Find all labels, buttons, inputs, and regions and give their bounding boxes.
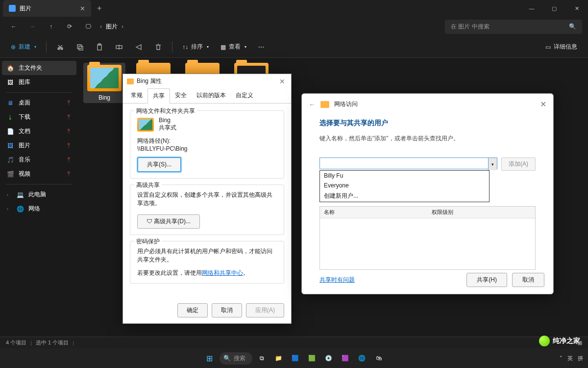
folder-icon (137, 118, 154, 131)
new-label: 新建 (19, 43, 30, 51)
sidebar-label: 桌面 (19, 99, 30, 107)
cut-button[interactable] (51, 39, 69, 55)
paste-button[interactable] (91, 39, 108, 55)
back-button[interactable]: ← (309, 101, 316, 108)
search-icon: 🔍 (569, 23, 576, 30)
tab-sharing[interactable]: 共享 (147, 88, 170, 104)
tab-previous-versions[interactable]: 以前的版本 (192, 88, 231, 103)
share-button[interactable]: 共享(S)... (137, 157, 181, 172)
more-button[interactable]: ⋯ (253, 39, 269, 55)
view-button[interactable]: ▦ 查看 ▾ (216, 39, 251, 55)
close-window-button[interactable]: ✕ (565, 0, 588, 17)
search-label: 搜索 (234, 354, 245, 363)
sidebar-item-this-pc[interactable]: ›💻此电脑 (2, 187, 76, 202)
password-info: 用户必须具有此计算机的用户帐户和密码，才能访问共享文件夹。 (137, 247, 277, 264)
view-icon: ▦ (220, 44, 226, 51)
column-name[interactable]: 名称 (320, 207, 428, 218)
delete-icon (154, 43, 162, 51)
start-button[interactable]: ⊞ (203, 351, 217, 365)
chevron-down-icon: ▾ (34, 45, 36, 49)
sidebar-item-downloads[interactable]: ⭳下载📍 (2, 110, 76, 124)
column-permission[interactable]: 权限级别 (428, 207, 536, 218)
app-icon[interactable]: 🟦 (289, 351, 302, 365)
network-center-link[interactable]: 网络和共享中心 (202, 269, 243, 276)
ime-mode[interactable]: 拼 (578, 355, 583, 362)
sidebar-item-gallery[interactable]: 🖼图库 (2, 75, 76, 89)
ok-button[interactable]: 确定 (177, 303, 208, 317)
close-button[interactable]: ✕ (277, 78, 287, 85)
back-button[interactable]: ← (6, 19, 22, 34)
sidebar-item-desktop[interactable]: 🖥桌面📍 (2, 96, 76, 110)
sidebar-item-home[interactable]: 🏠主文件夹 (2, 61, 76, 75)
tab-customize[interactable]: 自定义 (231, 88, 258, 103)
delete-button[interactable] (149, 39, 167, 55)
details-icon: ▭ (545, 44, 551, 51)
watermark: 纯净之家 (539, 336, 580, 346)
add-button[interactable]: 添加(A) (501, 158, 536, 171)
window-tab[interactable]: 图片 ✕ (3, 0, 91, 17)
app-icon[interactable]: 🟪 (339, 351, 352, 365)
user-input[interactable] (319, 158, 497, 169)
monitor-icon[interactable]: 🖵 (80, 19, 96, 34)
breadcrumb-current[interactable]: 图片 (106, 23, 118, 31)
sidebar-item-network[interactable]: ›🌐网络 (2, 202, 76, 216)
new-button[interactable]: ⊕ 新建 ▾ (6, 39, 41, 55)
search-input[interactable]: 在 图片 中搜索 🔍 (445, 20, 582, 34)
plus-icon: ⊕ (11, 44, 16, 51)
rename-button[interactable] (110, 39, 128, 55)
separator (6, 92, 73, 93)
sidebar-item-music[interactable]: 🎵音乐📍 (2, 153, 76, 167)
dropdown-arrow-icon[interactable]: ▾ (488, 158, 497, 170)
store-icon[interactable]: 🛍 (372, 351, 386, 365)
sidebar-item-documents[interactable]: 📄文档📍 (2, 124, 76, 138)
dropdown-option-create-user[interactable]: 创建新用户... (320, 190, 489, 202)
up-button[interactable]: ↑ (43, 19, 59, 34)
taskbar-search[interactable]: 🔍搜索 (220, 352, 252, 365)
tab-security[interactable]: 安全 (170, 88, 192, 103)
forward-button[interactable]: → (24, 19, 40, 34)
dropdown-option-everyone[interactable]: Everyone (320, 181, 489, 190)
sidebar-item-pictures[interactable]: 🖼图片📍 (2, 138, 76, 153)
cancel-button[interactable]: 取消 (512, 273, 544, 287)
dialog-title: Bing 属性 (137, 77, 162, 85)
edge-icon[interactable]: 🌐 (355, 351, 369, 365)
share-confirm-button[interactable]: 共享(H) (466, 273, 507, 287)
sidebar: 🏠主文件夹 🖼图库 🖥桌面📍 ⭳下载📍 📄文档📍 🖼图片📍 🎵音乐📍 🎬视频📍 … (0, 58, 78, 337)
sidebar-item-videos[interactable]: 🎬视频📍 (2, 167, 76, 181)
ime-language[interactable]: 英 (567, 355, 573, 362)
sort-button[interactable]: ↑↓ 排序 ▾ (177, 39, 214, 55)
user-combobox[interactable]: ▾ (319, 158, 497, 171)
videos-icon: 🎬 (7, 171, 14, 178)
network-path: \\BILLYFU-PC\Bing (137, 145, 277, 152)
folder-bing[interactable]: Bing (83, 63, 125, 103)
task-view-button[interactable]: ⧉ (255, 351, 269, 365)
text: 若要更改此设置，请使用 (137, 269, 202, 276)
close-button[interactable]: ✕ (540, 100, 546, 109)
system-tray[interactable]: ˄ 英 拼 (560, 355, 583, 362)
app-icon[interactable]: 🟩 (305, 351, 319, 365)
new-tab-button[interactable]: + (91, 4, 107, 13)
share-button[interactable] (130, 39, 147, 55)
maximize-button[interactable]: ▢ (543, 0, 565, 17)
apply-button[interactable]: 应用(A) (246, 303, 284, 317)
folder-thumbnail (87, 65, 122, 91)
advanced-share-button[interactable]: 🛡 高级共享(D)... (137, 214, 200, 229)
tab-general[interactable]: 常规 (126, 88, 147, 103)
app-icon[interactable]: 💿 (322, 351, 336, 365)
chevron-up-icon[interactable]: ˄ (560, 355, 563, 362)
details-pane-button[interactable]: ▭ 详细信息 (540, 39, 582, 55)
sidebar-label: 视频 (19, 170, 30, 178)
sidebar-label: 图库 (19, 78, 30, 86)
copy-button[interactable] (71, 39, 89, 55)
dialog-titlebar[interactable]: Bing 属性 ✕ (123, 74, 291, 88)
close-tab-icon[interactable]: ✕ (80, 5, 85, 12)
dropdown-option-billy[interactable]: Billy Fu (320, 171, 489, 181)
refresh-button[interactable]: ⟳ (62, 19, 77, 34)
folder-icon (127, 79, 134, 84)
trouble-sharing-link[interactable]: 共享时有问题 (319, 276, 355, 283)
advanced-description: 设置自定义权限，创建多个共享，并设置其他高级共享选项。 (137, 191, 277, 208)
minimize-button[interactable]: — (520, 0, 543, 17)
selected-count: 选中 1 个项目 (36, 339, 69, 346)
cancel-button[interactable]: 取消 (212, 303, 242, 317)
explorer-taskbar-icon[interactable]: 📁 (272, 351, 286, 365)
